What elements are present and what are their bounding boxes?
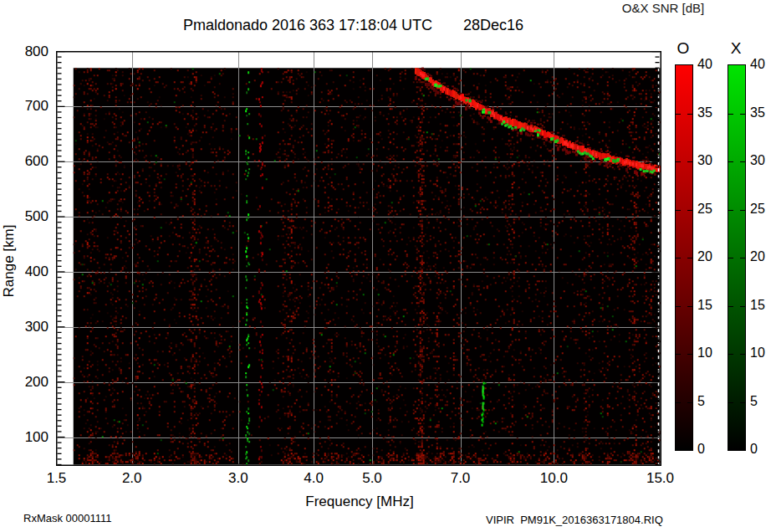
colorbar-tick-label: 40 (697, 57, 728, 72)
x-tick-label: 5.0 (347, 470, 397, 487)
y-tick-label: 600 (12, 153, 49, 170)
x-axis-title: Frequency [MHz] (284, 494, 435, 510)
y-tick-label: 300 (12, 319, 49, 335)
colorbar-tick-label: 0 (750, 442, 771, 457)
colorbar-header-X: X (724, 39, 748, 58)
colorbar-tick (687, 161, 692, 162)
colorbar-tick (676, 306, 681, 307)
colorbar-tick-label: 10 (750, 345, 771, 361)
colorbar-tick (687, 114, 692, 115)
colorbar-tick-label: 30 (750, 153, 771, 168)
colorbar-tick-label: 5 (697, 394, 728, 409)
y-tick-label: 700 (12, 98, 49, 115)
colorbar-tick (676, 354, 681, 355)
colorbar-tick (740, 161, 745, 162)
y-tick-label: 800 (12, 43, 49, 60)
colorbar-tick (728, 210, 733, 211)
colorbar-tick-label: 25 (750, 202, 771, 217)
colorbar-tick (676, 210, 681, 211)
x-tick-label: 2.0 (107, 470, 157, 487)
colorbar-tick (676, 402, 681, 403)
colorbar-tick (728, 306, 733, 307)
filename-text: VIPIR PM91K_2016363171804.RIQ (486, 514, 663, 526)
colorbar-tick-label: 0 (697, 442, 728, 457)
colorbar-tick (687, 306, 692, 307)
colorbar-tick-label: 20 (697, 249, 728, 264)
colorbar-tick-label: 25 (697, 202, 728, 217)
rxmask-text: RxMask 00001111 (23, 512, 112, 524)
colorbar-tick-label: 15 (697, 298, 728, 313)
colorbar-tick (676, 161, 681, 162)
ionogram-heatmap-canvas (56, 51, 661, 466)
colorbar-tick-label: 30 (697, 153, 728, 168)
colorbar-tick (687, 258, 692, 258)
colorbar-tick (687, 210, 692, 211)
x-tick-label: 4.0 (288, 470, 339, 487)
colorbar-header-O: O (671, 39, 695, 58)
y-tick-label: 200 (12, 374, 49, 391)
x-tick-label: 3.0 (213, 470, 263, 487)
y-tick-label: 100 (12, 429, 49, 446)
y-axis-title: Range [km] (1, 223, 18, 299)
colorbar-tick (728, 114, 733, 115)
colorbar-tick (740, 402, 745, 403)
colorbar-tick (687, 402, 692, 403)
colorbar-tick (728, 258, 733, 258)
colorbar-tick (687, 354, 692, 355)
ionogram-page: Pmaldonado 2016 363 17:18:04 UTC 28Dec16… (0, 0, 771, 532)
x-tick-label: 10.0 (528, 470, 579, 487)
colorbar-tick-label: 20 (750, 249, 771, 264)
colorbar-tick-label: 40 (750, 57, 771, 72)
colorbar-tick (676, 114, 681, 115)
colorbar-tick (740, 354, 745, 355)
x-tick-label: 15.0 (636, 470, 686, 487)
plot-date: 28Dec16 (452, 17, 535, 34)
colorbar-tick (728, 402, 733, 403)
colorbar-tick (676, 258, 681, 258)
colorbar-tick (728, 354, 733, 355)
colorbar-tick-label: 15 (750, 298, 771, 313)
colorbar-X (728, 64, 746, 451)
colorbar-tick (740, 114, 745, 115)
x-tick-label: 7.0 (436, 470, 486, 487)
colorbar-tick (740, 210, 745, 211)
colorbar-tick-label: 10 (697, 345, 728, 361)
colorbar-tick (740, 306, 745, 307)
colorbar-tick-label: 35 (697, 105, 728, 120)
x-tick-label: 1.5 (32, 470, 82, 487)
colorbar-tick-label: 35 (750, 105, 771, 120)
colorbar-tick-label: 5 (750, 394, 771, 409)
colorbar-tick (728, 161, 733, 162)
colorbar-title: O&X SNR [dB] (587, 1, 739, 15)
colorbar-O (675, 64, 693, 451)
colorbar-tick (740, 258, 745, 258)
